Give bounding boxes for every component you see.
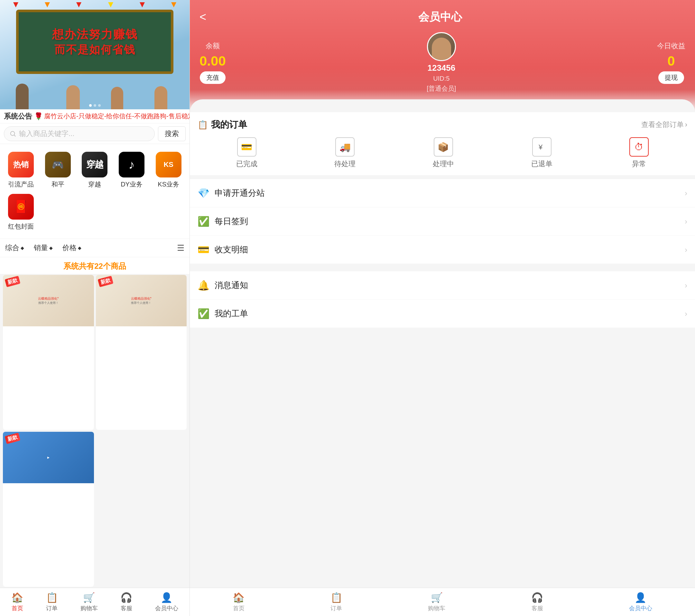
banner-line2: 而不是如何省钱	[54, 42, 135, 57]
product-count: 系统共有22个商品	[0, 257, 189, 274]
workorder-icon: ✅	[198, 308, 209, 319]
transactions-arrow: ›	[685, 245, 687, 254]
member-info-row: 余额 0.00 充值 123456 UID:5 [普通会员] 今日收益 0 提现	[200, 32, 685, 93]
product-card-2[interactable]: 云蝶精品强化* 推荐个人使用！ 新款	[96, 275, 187, 430]
category-ks-icon: KS	[156, 152, 182, 177]
home-icon: 🏠	[11, 592, 23, 603]
pending-icon: 🚚	[335, 137, 355, 157]
member-type: [普通会员]	[427, 84, 456, 93]
menu-item-substation[interactable]: 💎 申请开通分站 ›	[190, 179, 695, 207]
banner-dots	[89, 104, 101, 107]
substation-arrow: ›	[685, 189, 687, 198]
nav-home-label: 首页	[12, 604, 23, 612]
left-bottom-nav: 🏠 首页 📋 订单 🛒 购物车 🎧 客服 👤 会员中心	[0, 588, 189, 616]
nav-order-label: 订单	[46, 604, 57, 612]
category-hot-label: 引流产品	[8, 180, 34, 189]
category-redenv-icon: 🧧	[8, 194, 34, 219]
back-button[interactable]: <	[200, 10, 206, 24]
order-status-pending[interactable]: 🚚 待处理	[334, 137, 356, 169]
order-status-row: 💳 已完成 🚚 待处理 📦 处理中 ¥ 已退单	[198, 137, 687, 169]
category-ks[interactable]: KS KS业务	[150, 149, 187, 191]
product-card-3[interactable]: ▶ 新款	[3, 432, 94, 587]
earnings-label: 今日收益	[657, 41, 685, 51]
category-ks-label: KS业务	[158, 180, 179, 189]
svg-line-1	[14, 135, 15, 136]
menu-item-workorder[interactable]: ✅ 我的工单 ›	[190, 300, 695, 328]
svg-point-0	[11, 131, 15, 135]
category-hot[interactable]: 热销 引流产品	[3, 149, 39, 191]
substation-label: 申请开通分站	[215, 188, 685, 199]
sort-sales[interactable]: 销量 ◆	[34, 243, 53, 253]
flag6	[171, 2, 176, 7]
category-cross-label: 穿越	[88, 180, 101, 189]
search-button[interactable]: 搜索	[158, 126, 186, 141]
category-dy[interactable]: ♪ DY业务	[113, 149, 150, 191]
product-img-2: 云蝶精品强化* 推荐个人使用！ 新款	[96, 275, 187, 326]
menu-item-transactions[interactable]: 💳 收支明细 ›	[190, 236, 695, 264]
processing-label: 处理中	[433, 159, 454, 169]
member-title: 会员中心	[213, 10, 667, 24]
order-section: 📋 我的订单 查看全部订单 › 💳 已完成 🚚 待处理 📦	[190, 112, 695, 175]
rnav-order[interactable]: 📋 订单	[325, 589, 348, 615]
menu-item-notifications[interactable]: 🔔 消息通知 ›	[190, 271, 695, 300]
workorder-arrow: ›	[685, 309, 687, 318]
rnav-order-icon: 📋	[330, 592, 342, 603]
nav-member[interactable]: 👤 会员中心	[150, 589, 183, 615]
order-status-completed[interactable]: 💳 已完成	[236, 137, 257, 169]
order-status-processing[interactable]: 📦 处理中	[433, 137, 454, 169]
order-title-text: 我的订单	[211, 119, 247, 131]
nav-order[interactable]: 📋 订单	[41, 589, 63, 615]
banner-line1: 想办法努力赚钱	[52, 27, 138, 42]
search-bar: 输入商品关键字... 搜索	[0, 123, 189, 144]
order-status-refunded[interactable]: ¥ 已退单	[531, 137, 553, 169]
search-icon	[9, 130, 16, 137]
category-peace[interactable]: 🎮 和平	[39, 149, 77, 191]
nav-service-label: 客服	[121, 604, 132, 612]
rnav-service[interactable]: 🎧 客服	[526, 589, 548, 615]
flag1	[13, 2, 18, 7]
view-all-orders[interactable]: 查看全部订单 ›	[641, 120, 687, 129]
rnav-cart[interactable]: 🛒 购物车	[423, 589, 451, 615]
checkin-arrow: ›	[685, 217, 687, 226]
refunded-label: 已退单	[531, 159, 553, 169]
member-header-top: < 会员中心	[200, 10, 685, 24]
rnav-member[interactable]: 👤 会员中心	[624, 589, 657, 615]
completed-label: 已完成	[236, 159, 257, 169]
substation-icon: 💎	[198, 188, 209, 199]
sort-bar: 综合 ◆ 销量 ◆ 价格 ◆ ☰	[0, 239, 189, 257]
nav-home[interactable]: 🏠 首页	[6, 589, 28, 615]
student3	[154, 86, 167, 109]
notifications-label: 消息通知	[215, 280, 685, 291]
sort-price[interactable]: 价格 ◆	[63, 243, 81, 253]
notice-text: 腐竹云小店-只做稳定-给你信任-不做跑路狗-售后稳定	[44, 112, 189, 121]
rnav-order-label: 订单	[330, 604, 342, 612]
order-status-abnormal[interactable]: ⏱ 异常	[629, 137, 649, 169]
product-img-1: 云蝶精品强化* 推荐个人使用！ 新款	[3, 275, 94, 326]
order-title-icon: 📋	[198, 120, 208, 130]
sort-list-icon[interactable]: ☰	[177, 243, 184, 253]
order-title: 📋 我的订单	[198, 119, 247, 131]
category-redenv[interactable]: 🧧 红包封面	[3, 191, 39, 233]
nav-service[interactable]: 🎧 客服	[115, 589, 137, 615]
notifications-icon: 🔔	[198, 280, 209, 291]
product-card-1[interactable]: 云蝶精品强化* 推荐个人使用！ 新款	[3, 275, 94, 430]
nav-cart[interactable]: 🛒 购物车	[75, 589, 103, 615]
menu-item-checkin[interactable]: ✅ 每日签到 ›	[190, 207, 695, 236]
member-earnings: 今日收益 0 提现	[657, 41, 685, 84]
search-input-wrap[interactable]: 输入商品关键字...	[4, 126, 155, 141]
avatar-person	[432, 38, 451, 60]
right-panel: < 会员中心 余额 0.00 充值 123456 UID:5 [普通会员]	[190, 0, 695, 616]
rnav-service-label: 客服	[531, 604, 543, 612]
rnav-cart-label: 购物车	[428, 604, 445, 612]
charge-button[interactable]: 充值	[200, 71, 225, 84]
wave-bottom	[190, 99, 695, 112]
category-cross[interactable]: 穿越 穿越	[76, 149, 113, 191]
rnav-member-label: 会员中心	[629, 604, 652, 612]
dot-1	[89, 104, 92, 107]
refunded-icon: ¥	[532, 137, 552, 157]
sort-comprehensive[interactable]: 综合 ◆	[5, 243, 24, 253]
withdraw-button[interactable]: 提现	[658, 71, 684, 84]
nav-member-label: 会员中心	[155, 604, 178, 612]
left-panel: 想办法努力赚钱 而不是如何省钱 系统公告 🌹 腐竹云小店-只做稳定-给你信任-不…	[0, 0, 190, 616]
rnav-home[interactable]: 🏠 首页	[227, 589, 250, 615]
